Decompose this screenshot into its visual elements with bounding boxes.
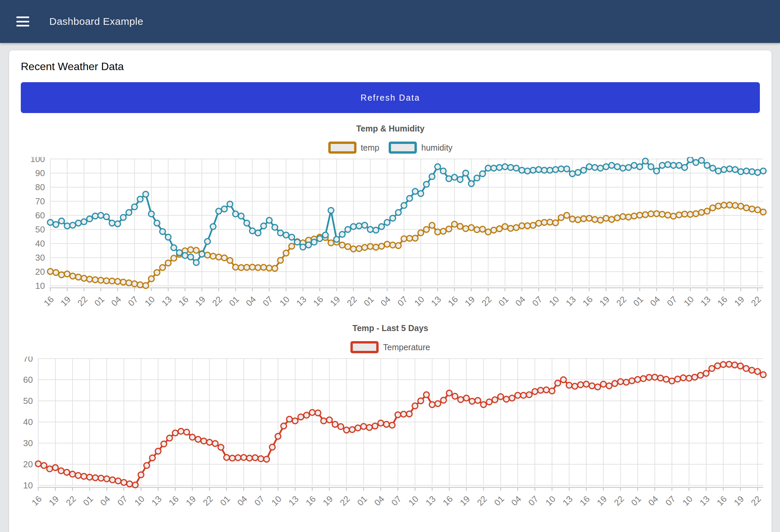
svg-text:16: 16: [42, 294, 56, 308]
svg-text:19: 19: [184, 494, 198, 508]
svg-text:01: 01: [631, 294, 645, 308]
svg-text:90: 90: [35, 168, 45, 178]
svg-text:07: 07: [527, 494, 541, 508]
svg-text:22: 22: [201, 494, 215, 508]
legend-label: temp: [361, 143, 380, 153]
svg-text:01: 01: [92, 294, 106, 308]
svg-text:16: 16: [167, 494, 181, 508]
svg-text:16: 16: [446, 294, 460, 308]
svg-text:19: 19: [597, 294, 612, 308]
svg-text:01: 01: [218, 494, 232, 508]
svg-text:22: 22: [64, 494, 78, 508]
svg-text:22: 22: [338, 494, 352, 508]
svg-text:22: 22: [612, 494, 626, 508]
svg-text:19: 19: [328, 294, 342, 308]
svg-text:10: 10: [133, 494, 147, 508]
svg-text:07: 07: [663, 494, 677, 508]
svg-text:13: 13: [287, 494, 301, 508]
svg-text:13: 13: [561, 494, 575, 508]
legend-item-temp[interactable]: temp: [328, 142, 380, 154]
svg-text:13: 13: [424, 494, 438, 508]
svg-text:22: 22: [749, 494, 763, 508]
svg-text:01: 01: [227, 294, 241, 308]
temperature-legend-swatch-icon: [350, 341, 379, 353]
legend-item-humidity[interactable]: humidity: [389, 142, 452, 154]
svg-text:100: 100: [31, 157, 45, 164]
svg-text:10: 10: [143, 294, 157, 308]
svg-text:19: 19: [321, 494, 335, 508]
svg-text:10: 10: [406, 494, 421, 508]
svg-text:10: 10: [680, 494, 694, 508]
chart-title: Temp - Last 5 Days: [21, 323, 760, 333]
svg-text:01: 01: [629, 494, 643, 508]
svg-text:13: 13: [160, 294, 174, 308]
svg-text:30: 30: [35, 253, 45, 263]
legend-label: humidity: [421, 143, 452, 153]
hamburger-menu-icon[interactable]: [16, 16, 29, 27]
svg-text:04: 04: [379, 294, 393, 308]
svg-text:19: 19: [458, 494, 472, 508]
temperature-plot: 7060504030201016192201040710131619220104…: [13, 356, 767, 517]
legend-label: Temperature: [383, 342, 430, 352]
svg-text:60: 60: [23, 375, 33, 385]
svg-text:04: 04: [509, 494, 524, 508]
svg-text:01: 01: [81, 494, 95, 508]
svg-text:13: 13: [698, 294, 713, 308]
temp-legend-swatch-icon: [328, 142, 356, 154]
svg-text:07: 07: [126, 294, 140, 308]
page-title: Recent Weather Data: [21, 60, 760, 73]
svg-text:40: 40: [35, 239, 45, 249]
svg-text:19: 19: [47, 494, 61, 508]
svg-text:16: 16: [715, 294, 729, 308]
svg-text:04: 04: [98, 494, 112, 508]
svg-text:13: 13: [564, 294, 578, 308]
humidity-legend-swatch-icon: [389, 142, 417, 154]
svg-text:22: 22: [749, 294, 763, 308]
svg-text:10: 10: [278, 294, 292, 308]
svg-text:60: 60: [35, 210, 45, 221]
svg-text:10: 10: [412, 294, 426, 308]
svg-text:19: 19: [595, 494, 609, 508]
svg-text:19: 19: [194, 294, 207, 308]
svg-text:16: 16: [30, 494, 44, 508]
svg-text:10: 10: [544, 494, 558, 508]
svg-text:19: 19: [732, 294, 746, 308]
chart-legend: Temperature: [21, 341, 760, 353]
svg-text:04: 04: [372, 494, 386, 508]
svg-text:22: 22: [210, 294, 224, 308]
svg-text:10: 10: [682, 294, 696, 308]
svg-text:13: 13: [697, 494, 712, 508]
temp-humidity-chart: Temp & Humidity temp humidity 1009080706…: [21, 124, 760, 317]
svg-text:10: 10: [270, 494, 284, 508]
svg-text:04: 04: [646, 494, 660, 508]
svg-text:01: 01: [492, 494, 506, 508]
svg-text:07: 07: [395, 294, 409, 308]
svg-text:50: 50: [35, 225, 45, 235]
svg-text:16: 16: [578, 494, 592, 508]
chart-title: Temp & Humidity: [21, 124, 760, 134]
svg-text:04: 04: [235, 494, 249, 508]
svg-text:16: 16: [311, 294, 325, 308]
svg-text:04: 04: [514, 294, 528, 308]
svg-text:13: 13: [150, 494, 164, 508]
svg-text:22: 22: [345, 294, 359, 308]
svg-text:01: 01: [355, 494, 369, 508]
svg-text:13: 13: [429, 294, 443, 308]
svg-text:07: 07: [530, 294, 544, 308]
refresh-data-button[interactable]: Refresh Data: [21, 82, 760, 113]
svg-text:22: 22: [614, 294, 628, 308]
app-title: Dashboard Example: [49, 16, 143, 27]
svg-text:04: 04: [648, 294, 662, 308]
svg-text:07: 07: [115, 494, 130, 508]
svg-text:07: 07: [665, 294, 679, 308]
temp-humidity-plot: 1009080706050403020101619220104071013161…: [13, 157, 767, 317]
chart-legend: temp humidity: [21, 142, 760, 154]
svg-text:20: 20: [23, 459, 33, 469]
legend-item-temperature[interactable]: Temperature: [350, 341, 430, 353]
svg-text:30: 30: [23, 438, 33, 448]
svg-text:19: 19: [463, 294, 477, 308]
app-header: Dashboard Example: [0, 0, 780, 43]
svg-text:40: 40: [23, 417, 33, 427]
svg-text:04: 04: [244, 294, 258, 308]
content-card: Recent Weather Data Refresh Data Temp & …: [9, 50, 772, 532]
